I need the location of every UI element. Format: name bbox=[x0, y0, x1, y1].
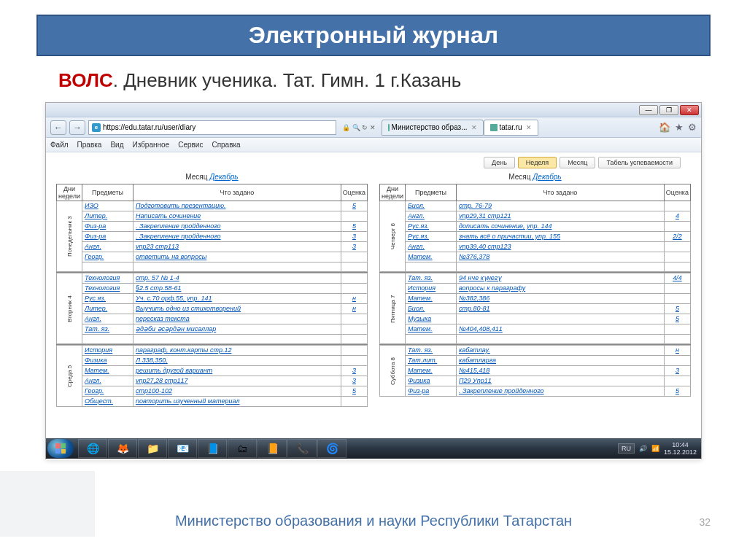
task-cell[interactable] bbox=[457, 314, 665, 324]
task-cell[interactable]: дописать сочинение, упр. 144 bbox=[457, 222, 665, 232]
word-icon[interactable]: 📘 bbox=[198, 439, 227, 458]
subject-cell[interactable]: Литер. bbox=[82, 304, 133, 314]
task-cell[interactable] bbox=[457, 335, 665, 344]
task-cell[interactable]: Написать сочинение bbox=[133, 211, 341, 222]
back-button[interactable]: ← bbox=[50, 120, 66, 135]
menu-item[interactable]: Избранное bbox=[132, 141, 169, 149]
view-button[interactable]: День bbox=[484, 157, 515, 168]
subject-cell[interactable]: Геогр. bbox=[82, 252, 133, 262]
skype-icon[interactable]: 📞 bbox=[287, 439, 317, 458]
subject-cell[interactable]: Тат. яз. bbox=[82, 324, 133, 335]
task-cell[interactable]: пересказ текста bbox=[133, 314, 341, 324]
settings-icon[interactable]: ⚙ bbox=[688, 122, 697, 133]
task-cell[interactable]: Подготовить презентацию. bbox=[133, 201, 341, 211]
explorer-icon[interactable]: 📁 bbox=[138, 439, 167, 458]
task-cell[interactable]: упр29,31 стр121 bbox=[457, 211, 665, 222]
subject-cell[interactable]: Биол. bbox=[406, 201, 457, 211]
task-cell[interactable]: 94 нче күнегү bbox=[457, 273, 665, 284]
task-cell[interactable]: . Закрепление пройденного bbox=[457, 386, 665, 397]
subject-cell[interactable]: Физика bbox=[82, 356, 133, 366]
subject-cell[interactable]: Физ-ра bbox=[82, 222, 133, 232]
chrome-icon[interactable]: 🌐 bbox=[78, 439, 107, 458]
task-cell[interactable]: №376,378 bbox=[457, 252, 665, 262]
subject-cell[interactable]: Физ-ра bbox=[82, 232, 133, 242]
subject-cell[interactable]: Физ-ра bbox=[406, 386, 457, 397]
language-indicator[interactable]: RU bbox=[618, 443, 635, 454]
subject-cell[interactable]: Рус.яз. bbox=[82, 294, 133, 304]
url-box[interactable]: e https://edu.tatar.ru/user/diary bbox=[88, 120, 336, 135]
subject-cell[interactable] bbox=[82, 335, 133, 344]
tab-close-icon[interactable]: ✕ bbox=[471, 124, 477, 131]
task-cell[interactable] bbox=[133, 262, 341, 272]
subject-cell[interactable]: Физика bbox=[406, 376, 457, 386]
subject-cell[interactable]: Матем. bbox=[406, 294, 457, 304]
tab-close-icon[interactable]: ✕ bbox=[526, 124, 532, 131]
task-cell[interactable]: упр27,28 стр117 bbox=[133, 376, 341, 386]
task-cell[interactable]: П29 Упр11 bbox=[457, 376, 665, 386]
task-cell[interactable]: кабатларга bbox=[457, 356, 665, 366]
task-cell[interactable]: повторить изученный материал bbox=[133, 397, 341, 407]
firefox-icon[interactable]: 🦊 bbox=[108, 439, 137, 458]
subject-cell[interactable]: Матем. bbox=[82, 366, 133, 376]
task-cell[interactable]: әдәби әсәрдән мисаллар bbox=[133, 324, 341, 335]
menu-item[interactable]: Вид bbox=[110, 141, 123, 149]
menu-item[interactable]: Файл bbox=[50, 141, 69, 149]
subject-cell[interactable] bbox=[82, 262, 133, 272]
powerpoint-icon[interactable]: 📙 bbox=[258, 439, 287, 458]
minimize-button[interactable]: — bbox=[639, 105, 658, 115]
subject-cell[interactable]: История bbox=[406, 284, 457, 294]
task-cell[interactable]: Л.338,350, bbox=[133, 356, 341, 366]
subject-cell[interactable]: Технология bbox=[82, 284, 133, 294]
task-cell[interactable]: . Закрепление пройденного bbox=[133, 232, 341, 242]
menu-item[interactable]: Правка bbox=[77, 141, 102, 149]
home-icon[interactable]: 🏠 bbox=[659, 122, 670, 133]
maximize-button[interactable]: ❐ bbox=[659, 105, 678, 115]
task-cell[interactable]: №382,386 bbox=[457, 294, 665, 304]
clock[interactable]: 10:44 15.12.2012 bbox=[664, 441, 697, 456]
subject-cell[interactable]: Тат. яз. bbox=[406, 273, 457, 284]
start-button[interactable] bbox=[47, 439, 74, 458]
task-cell[interactable]: решить другой вариант bbox=[133, 366, 341, 376]
subject-cell[interactable]: Биол. bbox=[406, 304, 457, 314]
tray-network-icon[interactable]: 📶 bbox=[651, 445, 659, 452]
subject-cell[interactable]: Тат.лит. bbox=[406, 356, 457, 366]
task-cell[interactable]: . Закрепление пройденного bbox=[133, 222, 341, 232]
task-cell[interactable]: параграф, конт.карты стр.12 bbox=[133, 346, 341, 356]
close-button[interactable]: ✕ bbox=[680, 105, 699, 115]
task-cell[interactable] bbox=[133, 335, 341, 344]
favorites-icon[interactable]: ★ bbox=[675, 122, 684, 133]
subject-cell[interactable]: Общест. bbox=[82, 397, 133, 407]
subject-cell[interactable]: ИЗО bbox=[82, 201, 133, 211]
outlook-icon[interactable]: 📧 bbox=[168, 439, 197, 458]
subject-cell[interactable]: Матем. bbox=[406, 252, 457, 262]
view-button[interactable]: Табель успеваемости bbox=[598, 157, 681, 168]
subject-cell[interactable]: Геогр. bbox=[82, 386, 133, 397]
task-cell[interactable]: стр. 57 № 1-4 bbox=[133, 273, 341, 284]
subject-cell[interactable]: Технология bbox=[82, 273, 133, 284]
menu-item[interactable]: Сервис bbox=[178, 141, 203, 149]
menu-item[interactable]: Справка bbox=[212, 141, 240, 149]
subject-cell[interactable]: Музыка bbox=[406, 314, 457, 324]
subject-cell[interactable]: Англ. bbox=[406, 211, 457, 222]
task-cell[interactable]: вопросы к параграфу bbox=[457, 284, 665, 294]
folder-icon[interactable]: 🗂 bbox=[228, 439, 257, 458]
task-cell[interactable]: упр39,40 стр123 bbox=[457, 242, 665, 252]
subject-cell[interactable] bbox=[406, 262, 457, 272]
view-button[interactable]: Месяц bbox=[560, 157, 595, 168]
subject-cell[interactable]: Рус.яз. bbox=[406, 222, 457, 232]
view-button[interactable]: Неделя bbox=[518, 157, 557, 168]
forward-button[interactable]: → bbox=[69, 120, 85, 135]
subject-cell[interactable]: Англ. bbox=[82, 376, 133, 386]
subject-cell[interactable] bbox=[406, 335, 457, 344]
tray-flag-icon[interactable]: 🔊 bbox=[639, 445, 647, 452]
task-cell[interactable]: №404,408,411 bbox=[457, 324, 665, 335]
subject-cell[interactable]: Матем. bbox=[406, 324, 457, 335]
task-cell[interactable]: стр. 76-79 bbox=[457, 201, 665, 211]
task-cell[interactable]: №415,418 bbox=[457, 366, 665, 376]
task-cell[interactable]: стр100-102 bbox=[133, 386, 341, 397]
browser-tab[interactable]: tatar.ru✕ bbox=[484, 120, 538, 136]
ie-icon[interactable]: 🌀 bbox=[317, 439, 347, 458]
subject-cell[interactable]: История bbox=[82, 346, 133, 356]
subject-cell[interactable]: Англ. bbox=[406, 242, 457, 252]
subject-cell[interactable]: Матем. bbox=[406, 366, 457, 376]
